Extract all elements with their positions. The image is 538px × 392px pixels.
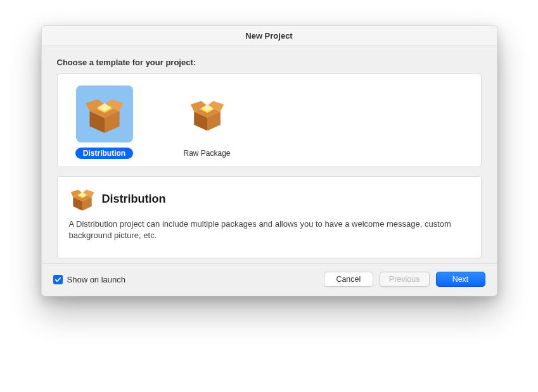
template-label: Raw Package (176, 148, 238, 159)
show-on-launch-checkbox[interactable]: Show on launch (53, 275, 126, 284)
cancel-button[interactable]: Cancel (324, 272, 373, 287)
previous-button: Previous (380, 272, 430, 287)
template-distribution[interactable]: Distribution (67, 85, 143, 159)
next-button[interactable]: Next (436, 272, 485, 287)
template-icon-tile (76, 85, 133, 142)
template-picker: Distribution Raw Package (57, 73, 482, 167)
dialog-content: Choose a template for your project: Dist… (42, 46, 497, 263)
package-icon (83, 92, 126, 136)
template-raw-package[interactable]: Raw Package (169, 85, 245, 159)
template-label: Distribution (75, 148, 133, 159)
template-icon-tile (179, 85, 236, 142)
show-on-launch-label: Show on launch (67, 275, 126, 284)
choose-template-label: Choose a template for your project: (57, 58, 482, 67)
detail-description: A Distribution project can include multi… (69, 218, 470, 241)
package-icon (69, 186, 96, 212)
button-label: Previous (389, 275, 420, 284)
window-title: New Project (245, 31, 292, 41)
button-label: Next (452, 275, 469, 284)
checkbox-checked-icon (53, 275, 63, 284)
package-icon (188, 95, 226, 133)
detail-title: Distribution (102, 193, 166, 206)
button-label: Cancel (336, 275, 361, 284)
template-detail: Distribution A Distribution project can … (57, 176, 482, 258)
titlebar: New Project (42, 26, 497, 46)
new-project-dialog: New Project Choose a template for your p… (41, 25, 497, 296)
detail-header: Distribution (69, 186, 470, 212)
dialog-footer: Show on launch Cancel Previous Next (42, 263, 497, 296)
